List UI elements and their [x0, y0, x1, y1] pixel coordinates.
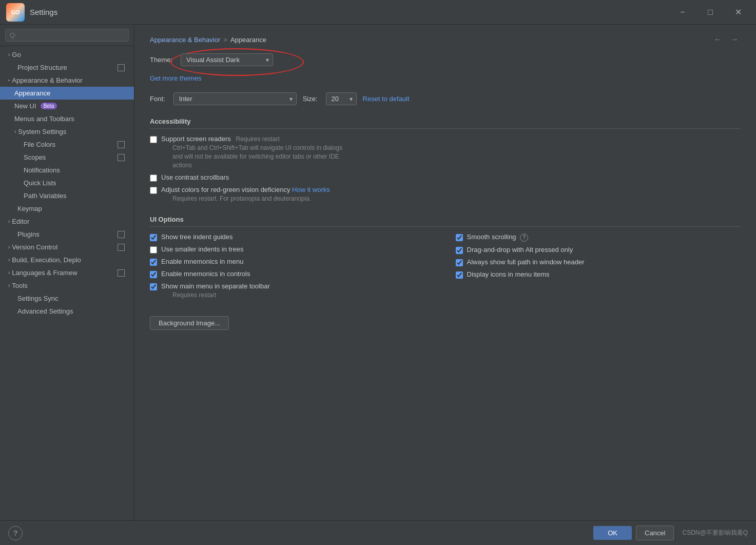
smaller-indents-row: Use smaller indents in trees	[150, 245, 435, 254]
color-blind-checkbox[interactable]	[150, 187, 157, 194]
ui-options-grid: Show tree indent guides Use smaller inde…	[150, 233, 741, 304]
full-path-label: Always show full path in window header	[467, 258, 741, 266]
cancel-button[interactable]: Cancel	[636, 525, 674, 540]
sidebar-item-scopes[interactable]: Scopes	[0, 151, 134, 164]
main-menu-toolbar-row: Show main menu in separate toolbar Requi…	[150, 282, 435, 300]
settings-icon	[118, 141, 125, 148]
sidebar-item-path-variables[interactable]: Path Variables	[0, 189, 134, 202]
theme-row: Theme: Visual Assist Dark Darcula Intell…	[150, 53, 741, 66]
main-menu-toolbar-checkbox[interactable]	[150, 283, 157, 290]
background-image-button[interactable]: Background Image...	[150, 316, 229, 330]
theme-dropdown[interactable]: Visual Assist Dark Darcula IntelliJ Ligh…	[181, 53, 273, 66]
theme-selector-wrap: Visual Assist Dark Darcula IntelliJ Ligh…	[181, 53, 273, 66]
sidebar-item-appearance[interactable]: Appearance	[0, 87, 134, 100]
contrast-scrollbars-checkbox[interactable]	[150, 174, 157, 182]
minimize-button[interactable]: −	[671, 4, 694, 21]
close-button[interactable]: ✕	[726, 4, 750, 21]
icons-menu-row: Display icons in menu items	[456, 270, 741, 279]
mnemonics-menu-checkbox[interactable]	[150, 259, 157, 266]
chevron-right-icon: ›	[8, 283, 10, 288]
color-blind-label: Adjust colors for red-green vision defic…	[161, 186, 290, 193]
help-button[interactable]: ?	[8, 526, 23, 540]
sidebar-item-go[interactable]: › Go	[0, 48, 134, 61]
smooth-scrolling-label: Smooth scrolling ?	[467, 233, 741, 242]
font-dropdown[interactable]: Inter JetBrains Mono Consolas Arial	[173, 92, 297, 105]
breadcrumb-separator: >	[223, 36, 227, 44]
sidebar-item-project-structure[interactable]: Project Structure	[0, 61, 134, 74]
breadcrumb-parent[interactable]: Appearance & Behavior	[150, 36, 220, 44]
sidebar-item-notifications[interactable]: Notifications	[0, 164, 134, 177]
window-title: Settings	[30, 8, 671, 16]
reset-to-default-link[interactable]: Reset to default	[363, 95, 410, 103]
mnemonics-menu-label: Enable mnemonics in menu	[161, 258, 435, 265]
sidebar-search-bar	[0, 25, 134, 46]
bottom-bar: ? OK Cancel CSDN@不要影响我看Q	[0, 520, 756, 545]
forward-arrow[interactable]: →	[728, 35, 741, 44]
smaller-indents-label: Use smaller indents in trees	[161, 245, 435, 253]
main-menu-toolbar-sub: Requires restart	[172, 291, 435, 300]
settings-icon	[118, 244, 125, 251]
smaller-indents-checkbox[interactable]	[150, 246, 157, 254]
sidebar-item-file-colors[interactable]: File Colors	[0, 138, 134, 151]
mnemonics-controls-label: Enable mnemonics in controls	[161, 270, 435, 278]
search-input[interactable]	[5, 29, 129, 42]
requires-restart-label: Requires restart	[236, 135, 279, 143]
screen-readers-checkbox[interactable]	[150, 136, 157, 143]
sidebar-item-new-ui[interactable]: New UI Beta	[0, 100, 134, 112]
show-tree-indent-label: Show tree indent guides	[161, 233, 435, 241]
screen-readers-sub: Ctrl+Tab and Ctrl+Shift+Tab will navigat…	[172, 144, 741, 169]
sidebar-item-plugins[interactable]: Plugins	[0, 228, 134, 241]
full-path-checkbox[interactable]	[456, 259, 463, 266]
title-bar: GO Settings − □ ✕	[0, 0, 756, 25]
main-area: › Go Project Structure › Appearance & Be…	[0, 25, 756, 520]
sidebar-item-appearance-behavior[interactable]: › Appearance & Behavior	[0, 74, 134, 87]
contrast-scrollbars-label: Use contrast scrollbars	[161, 173, 741, 181]
icons-menu-checkbox[interactable]	[456, 271, 463, 279]
sidebar-item-build-execution[interactable]: › Build, Execution, Deplo	[0, 254, 134, 266]
show-tree-indent-checkbox[interactable]	[150, 234, 157, 241]
settings-icon	[118, 154, 125, 161]
accessibility-section: Accessibility Support screen readers Req…	[150, 118, 741, 203]
drag-drop-row: Drag-and-drop with Alt pressed only	[456, 246, 741, 254]
settings-icon	[118, 231, 125, 238]
font-label: Font:	[150, 95, 165, 103]
chevron-right-icon: ›	[8, 257, 10, 263]
screen-readers-label: Support screen readers	[161, 135, 231, 143]
app-logo: GO	[6, 3, 25, 22]
window-controls: − □ ✕	[671, 4, 750, 21]
sidebar-item-languages-frameworks[interactable]: › Languages & Framew	[0, 266, 134, 279]
back-arrow[interactable]: ←	[712, 35, 724, 44]
sidebar-item-quick-lists[interactable]: Quick Lists	[0, 177, 134, 189]
breadcrumb-current: Appearance	[230, 36, 266, 44]
content-area: Appearance & Behavior > Appearance ← → T…	[134, 25, 756, 520]
sidebar-item-system-settings[interactable]: › System Settings	[0, 125, 134, 138]
maximize-button[interactable]: □	[699, 4, 722, 21]
breadcrumb: Appearance & Behavior > Appearance ← →	[150, 35, 741, 44]
screen-readers-row: Support screen readers Requires restart …	[150, 135, 741, 169]
get-more-themes-link[interactable]: Get more themes	[150, 74, 741, 82]
ui-options-section: UI Options Show tree indent guides Use s…	[150, 216, 741, 330]
nav-tree: › Go Project Structure › Appearance & Be…	[0, 46, 134, 520]
icons-menu-label: Display icons in menu items	[467, 270, 741, 278]
sidebar-item-menus-toolbars[interactable]: Menus and Toolbars	[0, 112, 134, 125]
smooth-scrolling-help-icon[interactable]: ?	[520, 233, 528, 242]
show-tree-indent-row: Show tree indent guides	[150, 233, 435, 241]
sidebar-item-version-control[interactable]: › Version Control	[0, 241, 134, 254]
nav-arrows: ← →	[712, 35, 741, 44]
color-blind-row: Adjust colors for red-green vision defic…	[150, 186, 741, 203]
size-dropdown[interactable]: 12 14 16 18 20 22 24	[326, 92, 357, 105]
sidebar-item-advanced-settings[interactable]: Advanced Settings	[0, 305, 134, 318]
settings-icon	[118, 269, 125, 277]
sidebar-item-keymap[interactable]: Keymap	[0, 202, 134, 215]
chevron-right-icon: ›	[8, 244, 10, 250]
smooth-scrolling-checkbox[interactable]	[456, 234, 463, 241]
how-it-works-link[interactable]: How it works	[292, 186, 330, 193]
sidebar-item-editor[interactable]: › Editor	[0, 215, 134, 228]
drag-drop-checkbox[interactable]	[456, 247, 463, 254]
sidebar-item-settings-sync[interactable]: Settings Sync	[0, 292, 134, 305]
beta-badge: Beta	[41, 103, 57, 109]
sidebar-item-tools[interactable]: › Tools	[0, 279, 134, 292]
mnemonics-controls-checkbox[interactable]	[150, 271, 157, 278]
theme-dropdown-wrap: Visual Assist Dark Darcula IntelliJ Ligh…	[181, 53, 273, 66]
ok-button[interactable]: OK	[593, 526, 632, 540]
